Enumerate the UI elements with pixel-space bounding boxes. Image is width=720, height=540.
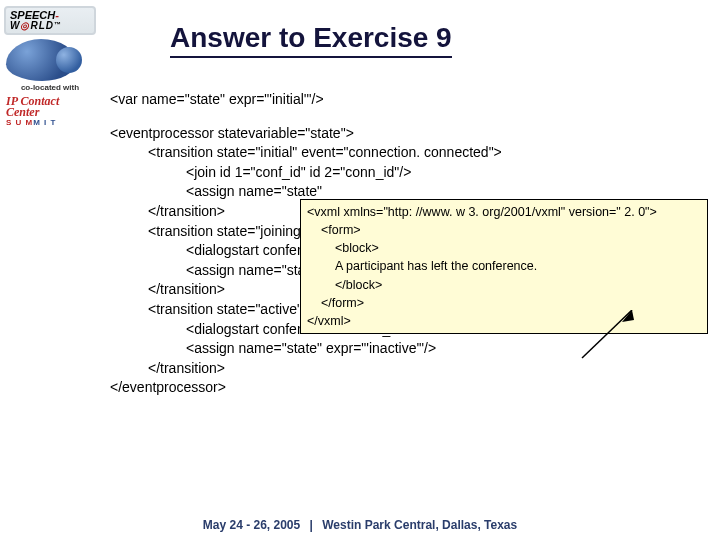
footer-separator: | bbox=[310, 518, 313, 532]
popup-line: </form> bbox=[307, 294, 701, 312]
popup-line: <block> bbox=[307, 239, 701, 257]
ipcc-mit: M I T bbox=[33, 118, 56, 127]
popup-line: <form> bbox=[307, 221, 701, 239]
footer: May 24 - 26, 2005 | Westin Park Central,… bbox=[0, 518, 720, 532]
footer-location: Westin Park Central, Dallas, Texas bbox=[322, 518, 517, 532]
ipcc-line1: IP Contact Center bbox=[6, 96, 94, 118]
colocated-label: co-located with bbox=[0, 83, 100, 92]
logo-w: W bbox=[10, 20, 20, 31]
popup-line: A participant has left the conference. bbox=[307, 257, 701, 275]
logo-rld: RLD bbox=[30, 20, 54, 31]
code-line: <join id 1="conf_id" id 2="conn_id"/> bbox=[110, 163, 700, 183]
code-line: <assign name="state" expr="'inactive'"/> bbox=[110, 339, 700, 359]
ipcc-logo: IP Contact Center S U MM I T bbox=[6, 96, 94, 127]
popup-line: <vxml xmlns="http: //www. w 3. org/2001/… bbox=[307, 203, 701, 221]
popup-line: </block> bbox=[307, 276, 701, 294]
code-line: </eventprocessor> bbox=[110, 378, 700, 398]
speech-world-logo: SPEECH- W◎RLD™ bbox=[4, 6, 96, 35]
popup-line: </vxml> bbox=[307, 312, 701, 330]
ipcc-sum: S U M bbox=[6, 118, 33, 127]
logo-tm: ™ bbox=[54, 21, 62, 28]
globe-graphic bbox=[6, 39, 76, 81]
footer-date: May 24 - 26, 2005 bbox=[203, 518, 300, 532]
logo-dash: - bbox=[55, 9, 59, 21]
code-line: <var name="state" expr="'initial'"/> bbox=[110, 90, 700, 110]
code-line: <transition state="initial" event="conne… bbox=[110, 143, 700, 163]
slide-title: Answer to Exercise 9 bbox=[170, 22, 452, 58]
left-rail: SPEECH- W◎RLD™ co-located with IP Contac… bbox=[0, 0, 100, 540]
code-line: </transition> bbox=[110, 359, 700, 379]
code-line: <eventprocessor statevariable="state"> bbox=[110, 124, 700, 144]
vxml-popup: <vxml xmlns="http: //www. w 3. org/2001/… bbox=[300, 199, 708, 334]
